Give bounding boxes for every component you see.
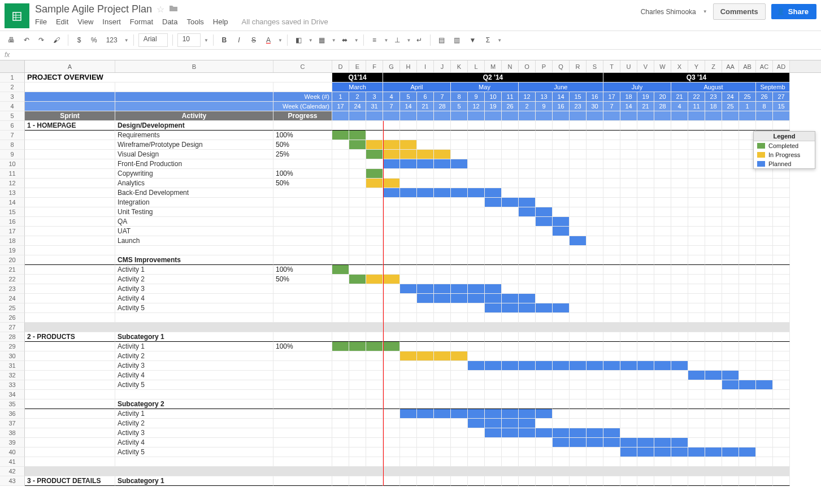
cell[interactable]: [502, 111, 519, 121]
cell[interactable]: [485, 188, 502, 198]
cell[interactable]: [366, 399, 383, 409]
cell[interactable]: [553, 265, 570, 275]
cell[interactable]: [434, 227, 451, 236]
cell[interactable]: [620, 457, 637, 467]
row-header[interactable]: 39: [0, 438, 25, 447]
cell[interactable]: [722, 390, 739, 399]
col-header-U[interactable]: U: [620, 60, 637, 72]
row-header[interactable]: 37: [0, 419, 25, 428]
cell[interactable]: [570, 246, 587, 255]
cell[interactable]: [434, 428, 451, 438]
cell[interactable]: [756, 294, 773, 303]
cell[interactable]: [637, 198, 654, 207]
cell[interactable]: [25, 313, 115, 323]
cell[interactable]: 23: [570, 102, 587, 111]
cell[interactable]: Copywriting: [115, 169, 273, 179]
cell[interactable]: [502, 332, 519, 342]
cell[interactable]: 26: [756, 92, 773, 102]
cell[interactable]: [705, 111, 722, 121]
cell[interactable]: [434, 121, 451, 131]
cell[interactable]: June: [519, 82, 603, 92]
cell[interactable]: [570, 207, 587, 217]
cell[interactable]: [273, 313, 332, 323]
cell[interactable]: [434, 159, 451, 169]
cell[interactable]: [502, 294, 519, 303]
cell[interactable]: [603, 150, 620, 159]
cell[interactable]: [468, 169, 485, 179]
cell[interactable]: [671, 159, 688, 169]
cell[interactable]: 50%: [273, 275, 332, 284]
cell[interactable]: [637, 111, 654, 121]
cell[interactable]: [773, 390, 790, 399]
cell[interactable]: [570, 457, 587, 467]
cell[interactable]: [349, 179, 366, 188]
row-header[interactable]: 1: [0, 73, 25, 82]
cell[interactable]: [620, 111, 637, 121]
cell[interactable]: [451, 159, 468, 169]
cell[interactable]: [654, 111, 671, 121]
cell[interactable]: [273, 438, 332, 447]
cell[interactable]: [451, 121, 468, 131]
cell[interactable]: [705, 121, 722, 131]
row-header[interactable]: 16: [0, 217, 25, 227]
cell[interactable]: 21: [637, 102, 654, 111]
cell[interactable]: [366, 217, 383, 227]
cell[interactable]: [383, 428, 400, 438]
cell[interactable]: [485, 159, 502, 169]
cell[interactable]: [383, 303, 400, 313]
cell[interactable]: [587, 371, 603, 380]
cell[interactable]: [349, 169, 366, 179]
cell[interactable]: [553, 207, 570, 217]
cell[interactable]: [620, 361, 637, 371]
cell[interactable]: [115, 82, 273, 92]
cell[interactable]: Activity 2: [115, 275, 273, 284]
cell[interactable]: [519, 303, 536, 313]
cell[interactable]: [332, 351, 349, 361]
cell[interactable]: [383, 207, 400, 217]
cell[interactable]: [603, 265, 620, 275]
cell[interactable]: Subcategory 1: [115, 332, 273, 342]
cell[interactable]: [603, 179, 620, 188]
cell[interactable]: [654, 447, 671, 457]
cell[interactable]: [603, 111, 620, 121]
cell[interactable]: [332, 140, 349, 150]
cell[interactable]: Activity 3: [115, 428, 273, 438]
cell[interactable]: [519, 294, 536, 303]
cell[interactable]: [468, 236, 485, 246]
cell[interactable]: [468, 246, 485, 255]
cell[interactable]: [366, 419, 383, 428]
cell[interactable]: [620, 131, 637, 140]
cell[interactable]: [705, 438, 722, 447]
cell[interactable]: [273, 476, 332, 486]
cell[interactable]: [739, 188, 756, 198]
row-header[interactable]: 18: [0, 236, 25, 246]
cell[interactable]: [553, 159, 570, 169]
cell[interactable]: [273, 303, 332, 313]
cell[interactable]: [468, 332, 485, 342]
cell[interactable]: [620, 409, 637, 419]
cell[interactable]: [620, 390, 637, 399]
cell[interactable]: [485, 140, 502, 150]
cell[interactable]: [349, 361, 366, 371]
cell[interactable]: 11: [688, 102, 705, 111]
cell[interactable]: [536, 294, 553, 303]
cell[interactable]: [519, 121, 536, 131]
cell[interactable]: 24: [722, 92, 739, 102]
cell[interactable]: Week (Calendar): [273, 102, 332, 111]
cell[interactable]: [383, 198, 400, 207]
cell[interactable]: [468, 111, 485, 121]
cell[interactable]: [536, 419, 553, 428]
cell[interactable]: [400, 236, 417, 246]
cell[interactable]: 100%: [273, 342, 332, 351]
cell[interactable]: 28: [434, 102, 451, 111]
cell[interactable]: [451, 265, 468, 275]
cell[interactable]: [332, 227, 349, 236]
cell[interactable]: [349, 227, 366, 236]
cell[interactable]: [366, 111, 383, 121]
cell[interactable]: [417, 131, 434, 140]
cell[interactable]: [587, 419, 603, 428]
cell[interactable]: [603, 275, 620, 284]
folder-icon[interactable]: [169, 5, 178, 14]
cell[interactable]: [383, 361, 400, 371]
cell[interactable]: [519, 390, 536, 399]
